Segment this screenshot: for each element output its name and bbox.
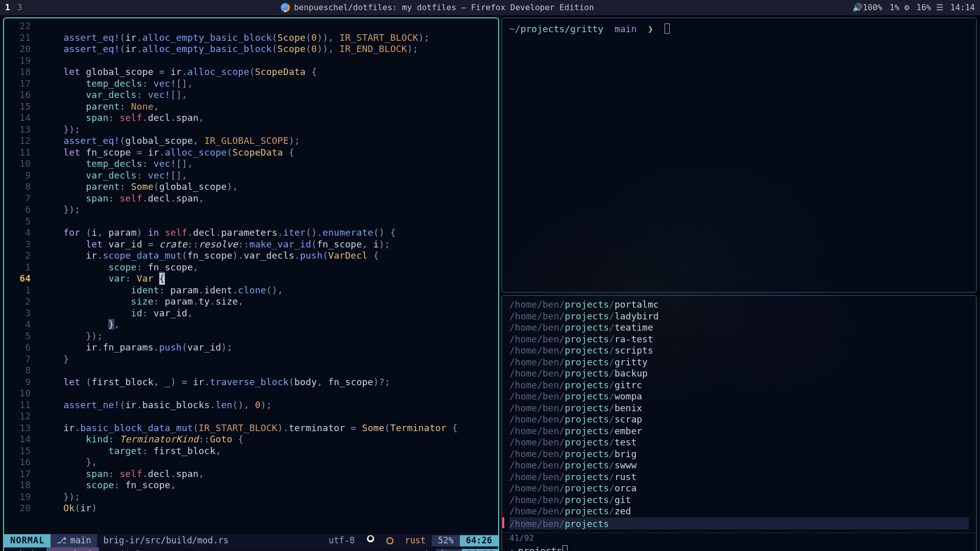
fuzzy-result-row[interactable]: /home/ben/projects/gritty — [509, 357, 969, 368]
shell-branch: main — [609, 23, 636, 34]
fuzzy-result-row[interactable]: /home/ben/projects/ladybird — [509, 311, 969, 322]
tmux-tabline: brignvim-1git-2 arch ben 14:14 — [4, 547, 498, 551]
git-branch-name: main — [70, 535, 91, 546]
git-branch-segment: ⎇ main — [51, 534, 97, 547]
tmux-tab[interactable]: git-2 — [99, 547, 146, 551]
file-path-segment: brig-ir/src/build/mod.rs — [97, 534, 235, 547]
fuzzy-result-row[interactable]: /home/ben/projects/scrap — [509, 414, 969, 425]
fuzzy-result-row[interactable]: /home/ben/projects/ember — [509, 425, 969, 437]
tmux-tab[interactable]: nvim-1 — [46, 547, 99, 551]
firefox-icon — [281, 3, 290, 12]
encoding-segment: utf-8 — [323, 535, 361, 546]
fuzzy-result-row[interactable]: /home/ben/projects/portalmc — [509, 299, 969, 311]
editor-pane[interactable]: 2221201918171615141312111098765432164123… — [3, 17, 499, 551]
fuzzy-result-row[interactable]: /home/ben/projects/gitrc — [509, 380, 969, 391]
fuzzy-prompt-icon: › — [509, 545, 515, 551]
branch-icon: ⎇ — [57, 535, 67, 546]
filetype-segment: rust — [380, 535, 432, 546]
workspace-3[interactable]: 3 — [17, 3, 22, 13]
fuzzy-result-row[interactable]: /home/ben/projects/ra-test — [509, 334, 969, 345]
mode-indicator: NORMAL — [4, 534, 51, 547]
fuzzy-result-row[interactable]: /home/ben/projects/swww — [509, 460, 969, 471]
linux-icon — [367, 535, 374, 542]
tmux-user: ben — [436, 549, 462, 551]
tmux-time: 14:14 — [462, 549, 498, 551]
status-tray: 🔊100% 1% ⚙ 16% ☰ 14:14 — [852, 3, 975, 13]
clock: 14:14 — [950, 3, 975, 13]
code-viewport[interactable]: assert_eq!(ir.alloc_empty_basic_block(Sc… — [41, 20, 498, 534]
window-title-text: benpueschel/dotfiles: my dotfiles — Fire… — [294, 3, 594, 13]
volume-indicator[interactable]: 🔊100% — [852, 3, 883, 13]
prompt-char: ❯ — [642, 23, 653, 34]
fuzzy-count: 41/92 — [502, 533, 976, 543]
shell-pane[interactable]: ~/projects/gritty main ❯ — [501, 17, 977, 293]
os-icon — [361, 535, 380, 542]
workspace-list[interactable]: 1 3 — [5, 3, 22, 13]
fuzzy-result-row[interactable]: /home/ben/projects/rust — [509, 471, 969, 483]
fuzzy-result-row[interactable]: /home/ben/projects/orca — [509, 483, 969, 494]
top-bar: 1 3 benpueschel/dotfiles: my dotfiles — … — [0, 0, 980, 15]
workspace-1[interactable]: 1 — [5, 3, 10, 13]
rust-icon — [386, 537, 394, 544]
fuzzy-result-row[interactable]: /home/ben/projects/benix — [509, 403, 969, 414]
fuzzy-result-row-selected[interactable]: /home/ben/projects — [509, 517, 969, 530]
line-number-gutter: 2221201918171615141312111098765432164123… — [4, 20, 41, 534]
fuzzy-result-row[interactable]: /home/ben/projects/test — [509, 437, 969, 448]
fuzzy-result-row[interactable]: /home/ben/projects/brig — [509, 448, 969, 460]
tmux-tab[interactable]: brig — [4, 547, 46, 551]
fuzzy-result-row[interactable]: /home/ben/projects/teatime — [509, 322, 969, 334]
fuzzy-result-row[interactable]: /home/ben/projects/backup — [509, 368, 969, 380]
fuzzy-finder-pane[interactable]: /home/ben/projects/portalmc/home/ben/pro… — [501, 295, 977, 551]
battery-indicator: 16% ☰ — [916, 3, 943, 13]
window-title: benpueschel/dotfiles: my dotfiles — Fire… — [22, 3, 852, 13]
fuzzy-result-row[interactable]: /home/ben/projects/scripts — [509, 345, 969, 357]
shell-cwd: ~/projects/gritty — [509, 23, 603, 34]
fuzzy-result-row[interactable]: /home/ben/projects/zed — [509, 506, 969, 517]
cursor-position: 64:26 — [460, 535, 498, 546]
fuzzy-results[interactable]: /home/ben/projects/portalmc/home/ben/pro… — [502, 296, 976, 533]
fuzzy-result-row[interactable]: /home/ben/projects/wompa — [509, 391, 969, 403]
editor-statusline: NORMAL ⎇ main brig-ir/src/build/mod.rs u… — [4, 534, 498, 547]
fuzzy-query-text: projects — [518, 545, 562, 551]
tmux-host: arch — [405, 549, 436, 551]
cpu-indicator: 1% ⚙ — [890, 3, 910, 13]
shell-cursor — [665, 23, 670, 34]
fuzzy-result-row[interactable]: /home/ben/projects/git — [509, 494, 969, 506]
scroll-percent: 52% — [432, 535, 460, 546]
fuzzy-cursor — [562, 545, 568, 551]
fuzzy-prompt[interactable]: ›projects — [502, 543, 976, 551]
